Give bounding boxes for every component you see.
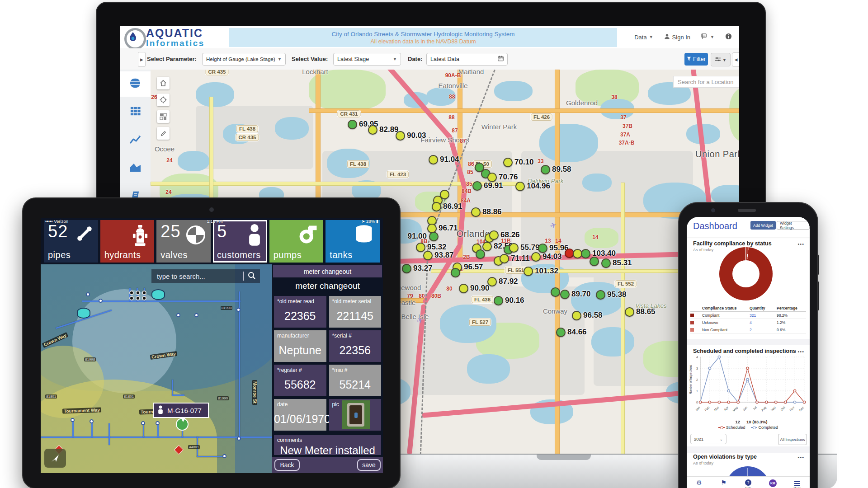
- tile-valves[interactable]: 25valves: [156, 220, 211, 263]
- home-extent-button[interactable]: [157, 77, 170, 89]
- tablet-gis-map[interactable]: Crown WayCrown WayTournament WayTourname…: [41, 264, 272, 473]
- gauge-marker[interactable]: [503, 158, 513, 167]
- tile-pumps[interactable]: pumps: [269, 220, 324, 263]
- gauge-marker[interactable]: [416, 243, 425, 252]
- locate-button[interactable]: [157, 94, 170, 106]
- gauge-marker[interactable]: [524, 267, 533, 276]
- quantity-link[interactable]: 2: [750, 328, 777, 332]
- gauge-marker[interactable]: [596, 290, 605, 300]
- gauge-marker[interactable]: [396, 131, 405, 141]
- nav-item-help[interactable]: ?Help: [738, 479, 758, 488]
- asset-callout[interactable]: M-G16-077: [153, 403, 209, 418]
- display-options-button[interactable]: ▼: [711, 53, 731, 66]
- gauge-marker[interactable]: [531, 252, 541, 262]
- form-field-oldmeterread[interactable]: *old meter read22365: [274, 296, 326, 328]
- filter-button[interactable]: Filter: [684, 53, 708, 66]
- sign-in-button[interactable]: Sign In: [664, 33, 690, 41]
- chart-legend: 1210 (83.3%)ScheduledCompleted: [687, 419, 810, 430]
- gauge-marker[interactable]: [482, 242, 492, 251]
- gauge-marker[interactable]: [572, 311, 581, 320]
- card-menu-dots[interactable]: •••: [797, 455, 804, 460]
- table-row: Non Compliant20.6%: [690, 326, 806, 333]
- gauge-marker[interactable]: [427, 224, 437, 233]
- year-select[interactable]: 2021⌄: [690, 434, 726, 444]
- back-button[interactable]: Back: [274, 459, 300, 471]
- gauge-marker[interactable]: [402, 264, 411, 273]
- gauge-marker[interactable]: [494, 296, 503, 305]
- nav-item-settings[interactable]: ⚙Settings: [689, 479, 709, 488]
- quantity-link[interactable]: 4: [750, 320, 777, 325]
- gauge-marker[interactable]: [489, 230, 499, 240]
- tile-pipes[interactable]: 52pipes: [44, 220, 98, 263]
- gauge-marker[interactable]: [368, 125, 377, 135]
- panel-collapse-tab[interactable]: ◀: [732, 52, 739, 67]
- gauge-marker[interactable]: [590, 257, 599, 266]
- form-field-date[interactable]: date01/06/1970: [274, 399, 326, 431]
- meter-photo[interactable]: [342, 400, 370, 429]
- form-field-oldmeterserial[interactable]: *old meter serial221145: [329, 296, 382, 328]
- draw-button[interactable]: [157, 127, 170, 140]
- nav-item-km[interactable]: KM: [763, 479, 783, 488]
- tablet-search-input[interactable]: type to search...: [151, 269, 260, 283]
- form-field-pic[interactable]: pic: [329, 399, 382, 431]
- info-button[interactable]: [725, 33, 732, 41]
- card-menu-dots[interactable]: •••: [797, 241, 804, 247]
- nav-item-feedback[interactable]: ⚑Feedback: [714, 479, 734, 488]
- tile-customers[interactable]: 5customers: [213, 220, 267, 263]
- asset-callout-label: M-G16-077: [167, 407, 202, 414]
- gauge-marker[interactable]: [429, 232, 439, 241]
- gauge-marker[interactable]: [429, 155, 438, 164]
- value-select[interactable]: Latest Stage▼: [333, 53, 401, 66]
- gauge-marker[interactable]: [625, 307, 634, 317]
- route-number: 33: [538, 158, 543, 164]
- sidebar-item-line-chart[interactable]: [120, 127, 151, 153]
- gauge-marker[interactable]: [476, 249, 485, 259]
- widget-settings-button[interactable]: Widget Settings: [777, 221, 810, 230]
- data-menu[interactable]: Data▼: [634, 34, 653, 41]
- parameter-select[interactable]: Height of Gauge (Lake Stage)▼: [202, 53, 286, 66]
- date-input[interactable]: Latest Data: [426, 53, 508, 66]
- gauge-marker[interactable]: [601, 258, 611, 268]
- selected-customer-marker[interactable]: [176, 418, 189, 431]
- tile-hydrants[interactable]: hydrants: [100, 220, 155, 263]
- form-field-manufacturer[interactable]: manufacturerNeptune: [274, 330, 326, 362]
- form-field-register[interactable]: *register #55682: [274, 365, 326, 396]
- gauge-marker[interactable]: [500, 254, 509, 263]
- gauge-marker[interactable]: [459, 284, 468, 293]
- gauge-marker[interactable]: [515, 182, 525, 191]
- gauge-marker[interactable]: [487, 173, 497, 182]
- quantity-link[interactable]: 321: [750, 313, 777, 318]
- gauge-marker[interactable]: [471, 207, 481, 217]
- map-search-input[interactable]: Search for a Location: [673, 76, 739, 88]
- gauge-marker[interactable]: [581, 249, 590, 258]
- gauge-marker[interactable]: [432, 202, 441, 211]
- search-icon[interactable]: [244, 271, 260, 282]
- gauge-marker[interactable]: [541, 165, 550, 174]
- all-inspections-button[interactable]: All Inspections: [778, 434, 807, 445]
- form-field-serial[interactable]: *serial #22356: [329, 330, 382, 362]
- road-shield: FL 438: [347, 160, 369, 168]
- gauge-marker[interactable]: [538, 244, 547, 253]
- gauge-marker[interactable]: [451, 268, 460, 277]
- nav-item-menu[interactable]: Menu: [788, 479, 807, 488]
- comments-field[interactable]: comments New Meter installed: [274, 435, 381, 455]
- sidebar-item-table[interactable]: [120, 99, 151, 125]
- form-field-miu[interactable]: *miu #55214: [329, 365, 382, 396]
- gauge-marker[interactable]: [348, 120, 357, 129]
- compass-icon[interactable]: [44, 449, 66, 468]
- save-button[interactable]: save: [357, 459, 381, 471]
- gauge-marker[interactable]: [556, 328, 566, 337]
- info-icon: [725, 33, 732, 41]
- gauge-marker[interactable]: [551, 287, 560, 297]
- sidebar-item-area-chart[interactable]: [120, 155, 151, 181]
- panel-expand-tab[interactable]: ▶: [138, 52, 146, 67]
- gauge-marker[interactable]: [509, 243, 519, 253]
- add-widget-button[interactable]: Add Widget: [750, 221, 776, 230]
- gauge-marker[interactable]: [560, 290, 570, 299]
- language-menu[interactable]: ▼: [701, 33, 714, 41]
- sidebar-item-globe[interactable]: [120, 71, 151, 97]
- tile-tanks[interactable]: tanks: [326, 220, 380, 263]
- basemap-button[interactable]: [157, 110, 170, 123]
- gauge-marker[interactable]: [472, 181, 482, 191]
- gauge-marker[interactable]: [423, 251, 433, 260]
